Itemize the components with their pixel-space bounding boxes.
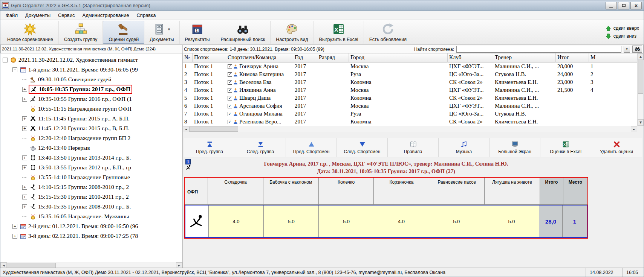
tree-item-12[interactable]: 13:55-14:10 Награждение Групповые xyxy=(0,172,182,182)
search-dropdown-button[interactable]: ▼ xyxy=(624,46,630,53)
titlebar[interactable]: Gym Organizer 2022 v GR.3.5.1 (Зарегистр… xyxy=(0,0,644,11)
athlete-row-4[interactable]: 4Поток 1 ✓ Иляшина Анна2017МоскваЦХГ «ФУ… xyxy=(183,86,637,94)
chevron-down-icon[interactable]: ▼ xyxy=(167,27,171,31)
control-button-delete-scores[interactable]: Удалить оценки xyxy=(591,138,642,157)
toolbar-button-customize-view[interactable]: Настроить вид xyxy=(271,21,314,44)
expand-icon[interactable]: + xyxy=(22,204,27,209)
tree-item-0[interactable]: − 2021.11.30-2021.12.02, Художественная … xyxy=(0,55,182,65)
tree-item-3[interactable]: + 10:05-10:35 Группа: 2017 г.р., ОФП xyxy=(0,84,182,94)
score-value[interactable]: 4.0 xyxy=(374,205,429,237)
expand-icon[interactable]: + xyxy=(12,224,17,229)
control-button-big-screen[interactable]: Большой Экран xyxy=(490,138,540,157)
score-value[interactable]: 5.0 xyxy=(319,205,374,237)
toolbar-button-advanced-search[interactable]: Расширенный поиск xyxy=(215,21,271,44)
athlete-checkbox[interactable]: ✓ xyxy=(228,120,232,124)
column-header[interactable]: Город xyxy=(349,53,448,62)
tree-item-10[interactable]: + 13:40-13:50 Группа: 2013-2014 г.р., Б. xyxy=(0,153,182,163)
control-button-rules[interactable]: Правила xyxy=(388,138,439,157)
athlete-row-3[interactable]: 3Поток 1 ✓ Веселова Ева2017КоломнаСК «Со… xyxy=(183,78,637,86)
toolbar-button-judge-scores[interactable]: Оценки судей xyxy=(103,21,144,44)
column-header[interactable]: № xyxy=(183,53,193,62)
tree-item-11[interactable]: + 13:50-13:55 Группа: 2012 г.р., Б.П., г… xyxy=(0,163,182,172)
tree-item-18[interactable]: + 3-й день: 02.12.2021. Время: 09:00-17:… xyxy=(0,231,182,241)
tree-item-17[interactable]: + 2-й день: 01.12.2021. Время: 09:00-16:… xyxy=(0,221,182,231)
column-header[interactable]: Год xyxy=(293,53,317,62)
control-button-next-athlete[interactable]: След. Спортсмен xyxy=(337,138,388,157)
expand-icon[interactable]: + xyxy=(22,155,27,160)
scroll-thumb[interactable] xyxy=(189,126,238,132)
toolbar-button-documents[interactable]: ▼ Документы xyxy=(144,21,179,44)
control-button-prev-group[interactable]: Пред. группа xyxy=(184,138,235,157)
tree-item-15[interactable]: + 15:30-15:35 Группа: 2008-2010 г.р., Б. xyxy=(0,202,182,212)
shift-up-button[interactable]: сдвиг вверх xyxy=(606,26,639,31)
tree-item-16[interactable]: 15:35-16:05 Награждение. Мужчины xyxy=(0,212,182,221)
score-value[interactable]: 4.0 xyxy=(209,205,264,237)
athlete-checkbox[interactable]: ✓ xyxy=(228,72,232,77)
control-button-prev-athlete[interactable]: Пред. Спортсмен xyxy=(286,138,337,157)
tree-item-7[interactable]: + 11:45-12:20 Группа: 2015 г.р., В, Б.П. xyxy=(0,123,182,133)
tree-item-5[interactable]: 10:55-11:15 Награждение групп ОФП xyxy=(0,104,182,114)
minimize-button[interactable] xyxy=(606,2,617,9)
toolbar-button-create-group[interactable]: Создать группу xyxy=(59,21,103,44)
menu-item-administration[interactable]: Администрирование xyxy=(79,11,133,20)
shift-down-button[interactable]: сдвиг вниз xyxy=(606,33,639,39)
expand-icon[interactable]: + xyxy=(22,97,27,102)
menu-item-service[interactable]: Сервис xyxy=(54,11,79,20)
athlete-checkbox[interactable]: ✓ xyxy=(228,96,232,100)
table-horizontal-scrollbar[interactable]: ◄ ► xyxy=(183,126,637,132)
athlete-row-2[interactable]: 2Поток 1 ✓ Кимова Екатерина2017РузаЦС «Ю… xyxy=(183,70,637,78)
athlete-checkbox[interactable]: ✓ xyxy=(228,64,232,69)
column-header[interactable]: Клуб xyxy=(448,53,493,62)
athlete-checkbox[interactable]: ✓ xyxy=(228,80,232,85)
scroll-down-icon[interactable]: ▼ xyxy=(638,119,644,126)
expand-icon[interactable]: + xyxy=(22,185,27,190)
table-vertical-scrollbar[interactable]: ▲ ▼ xyxy=(637,53,644,126)
tree-item-1[interactable]: − 1-й день: 30.11.2021. Время: 09:30-16:… xyxy=(0,65,182,75)
scroll-up-icon[interactable]: ▲ xyxy=(638,53,644,60)
tree-item-13[interactable]: + 14:10-15:15 Группа: 2008-2010 г.р., 2 xyxy=(0,182,182,192)
tree-item-4[interactable]: + 10:35-10:55 Группа: 2016 г.р., ОФП (1 xyxy=(0,94,182,104)
athlete-checkbox[interactable]: ✓ xyxy=(228,112,232,116)
find-athlete-button[interactable] xyxy=(632,46,642,53)
athlete-row-8[interactable]: 8Поток 1 ✓ Реленкова Веро...2017КоломнаС… xyxy=(183,118,637,126)
expand-icon[interactable]: + xyxy=(22,126,27,131)
collapse-icon[interactable]: − xyxy=(3,58,8,62)
score-value[interactable]: 5.0 xyxy=(429,205,484,237)
toolbar-button-results[interactable]: 1 Результаты xyxy=(180,21,216,44)
toolbar-button-new-competition[interactable]: Новое соревнование xyxy=(2,21,59,44)
scroll-thumb[interactable] xyxy=(638,60,643,94)
score-value[interactable]: 5.0 xyxy=(484,205,539,237)
tree-item-14[interactable]: + 15:15-15:30 Группа: 2010-2011 г.р., 2 xyxy=(0,192,182,202)
column-header[interactable]: М xyxy=(589,53,637,62)
athlete-row-6[interactable]: 6Поток 1 ✓ Арстанова София2017МоскваЦХГ … xyxy=(183,102,637,110)
menu-item-documents[interactable]: Документы xyxy=(21,11,54,20)
close-button[interactable]: × xyxy=(630,2,642,9)
tree-item-8[interactable]: 12:20-12:40 Награждение групп БП 2 xyxy=(0,133,182,143)
menu-item-file[interactable]: Файл xyxy=(2,11,21,20)
expand-icon[interactable]: + xyxy=(22,87,27,92)
expand-icon[interactable]: + xyxy=(22,116,27,121)
athlete-checkbox[interactable]: ✓ xyxy=(228,88,232,93)
search-athlete-input[interactable] xyxy=(456,46,621,53)
column-header[interactable]: Итог xyxy=(556,53,589,62)
scroll-left-icon[interactable]: ◄ xyxy=(183,126,189,132)
toolbar-button-updates[interactable]: Есть обновления xyxy=(364,21,412,44)
tree-item-9[interactable]: 12:40-13:40 Перерыв xyxy=(0,143,182,153)
column-header[interactable]: Разряд xyxy=(317,53,349,62)
control-button-next-group[interactable]: След. группа xyxy=(235,138,286,157)
toolbar-button-export-excel[interactable]: X Выгрузить в Excel xyxy=(314,21,364,44)
expand-icon[interactable]: + xyxy=(12,234,17,239)
collapse-icon[interactable]: − xyxy=(12,67,17,72)
athlete-checkbox[interactable]: ✓ xyxy=(228,104,232,108)
score-value[interactable]: 5.0 xyxy=(264,205,319,237)
scroll-right-icon[interactable]: ► xyxy=(631,126,637,132)
column-header[interactable]: Спортсмен/Команда xyxy=(226,53,293,62)
scroll-thumb[interactable] xyxy=(7,263,56,268)
tree-item-2[interactable]: 09:30-10:05 Совещание судей xyxy=(0,75,182,84)
tree-item-6[interactable]: + 11:15-11:45 Группа: 2015 г.р., А, Б.П. xyxy=(0,114,182,123)
control-button-scores-excel[interactable]: X Оценки в Excel xyxy=(540,138,591,157)
athlete-row-5[interactable]: 5Поток 1 ✓ Шварц Даша2017КоломнаСК «Соко… xyxy=(183,94,637,102)
column-header[interactable]: Поток xyxy=(193,53,226,62)
menu-item-help[interactable]: Справка xyxy=(133,11,159,20)
expand-icon[interactable]: + xyxy=(22,195,27,199)
